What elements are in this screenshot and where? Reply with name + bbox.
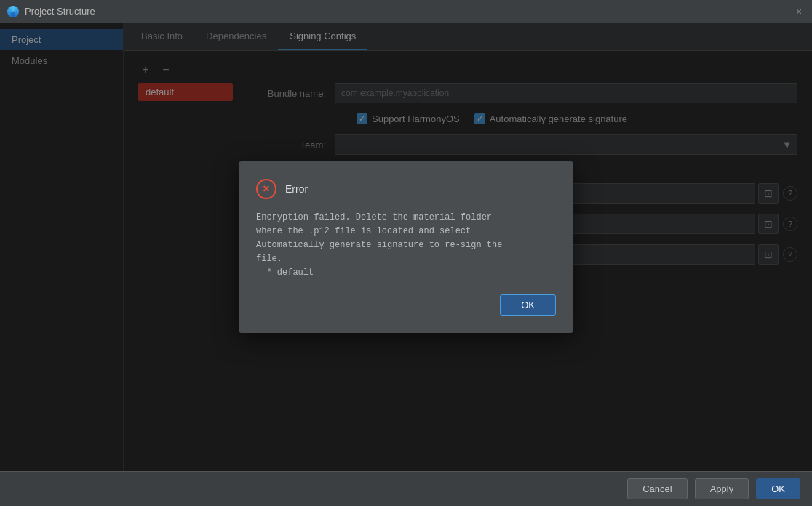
modal-header: × Error bbox=[256, 179, 556, 199]
modal-title: Error bbox=[285, 183, 308, 195]
window-title: Project Structure bbox=[25, 6, 95, 17]
modal-body: Encryption failed. Delete the material f… bbox=[256, 211, 556, 281]
bottom-bar: Cancel Apply OK bbox=[0, 471, 812, 506]
error-modal: × Error Encryption failed. Delete the ma… bbox=[239, 161, 573, 334]
modal-overlay: × Error Encryption failed. Delete the ma… bbox=[0, 23, 812, 471]
modal-ok-button[interactable]: OK bbox=[500, 294, 556, 316]
modal-footer: OK bbox=[256, 294, 556, 316]
app-icon bbox=[7, 6, 19, 17]
cancel-button[interactable]: Cancel bbox=[627, 478, 687, 499]
ok-button[interactable]: OK bbox=[756, 478, 800, 499]
error-icon: × bbox=[256, 179, 276, 199]
close-button[interactable]: × bbox=[793, 6, 805, 17]
apply-button[interactable]: Apply bbox=[695, 478, 749, 499]
title-bar: Project Structure × bbox=[0, 0, 812, 23]
